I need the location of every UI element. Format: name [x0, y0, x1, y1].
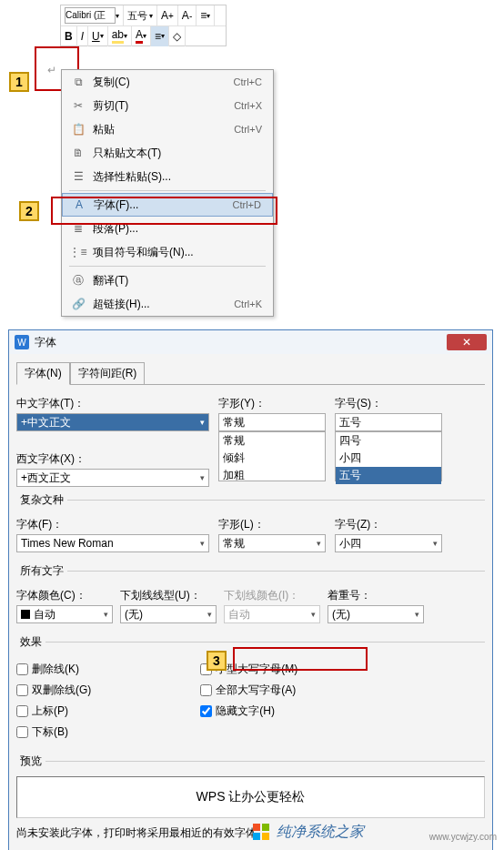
increase-font-icon[interactable]: A+ [157, 5, 178, 25]
highlight-icon[interactable]: ab▾ [108, 26, 132, 46]
font-color-icon[interactable]: A▾ [132, 26, 151, 46]
underline-icon[interactable]: U▾ [88, 26, 108, 46]
bold-icon[interactable]: B [61, 26, 77, 46]
align-icon[interactable]: ≡▾ [151, 26, 169, 46]
font-name-select[interactable]: ▾ [61, 5, 124, 25]
italic-icon[interactable]: I [77, 26, 88, 46]
eraser-icon[interactable]: ◇ [169, 26, 186, 46]
mini-toolbar: ▾ 五号▾ A+ A- ≡▾ B I U▾ ab▾ A▾ ≡▾ ◇ [60, 5, 227, 46]
decrease-font-icon[interactable]: A- [178, 5, 197, 25]
font-size-select[interactable]: 五号▾ [124, 5, 157, 25]
line-spacing-icon[interactable]: ≡▾ [197, 5, 215, 25]
